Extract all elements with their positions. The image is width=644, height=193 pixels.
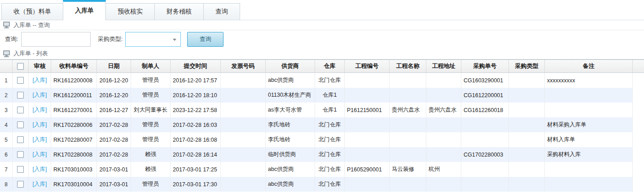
cell-remark: xxxxxxxxxx bbox=[545, 73, 633, 88]
cell-date: 2016-12-20 bbox=[97, 73, 131, 88]
cell-check bbox=[13, 132, 29, 147]
purchase-type-select[interactable] bbox=[125, 32, 181, 47]
table-row: 6[入库]RK17022800082017-02-28赖强2017-02-28 … bbox=[0, 147, 633, 162]
query-input[interactable] bbox=[21, 32, 91, 47]
cell-audit: [入库] bbox=[29, 88, 51, 103]
row-checkbox[interactable] bbox=[17, 92, 24, 99]
purchase-type-label: 采购类型: bbox=[98, 35, 123, 43]
audit-link[interactable]: [入库] bbox=[33, 166, 47, 173]
chevron-down-icon bbox=[173, 39, 176, 41]
cell-warehouse: 北门仓库 bbox=[315, 177, 345, 192]
row-checkbox[interactable] bbox=[17, 166, 24, 173]
row-checkbox[interactable] bbox=[17, 151, 24, 158]
cell-audit: [入库] bbox=[29, 132, 51, 147]
cell-warehouse: 仓库1 bbox=[315, 103, 345, 117]
cell-date: 2017-02-28 bbox=[97, 147, 131, 162]
select-all-checkbox[interactable] bbox=[17, 63, 24, 70]
cell-submitted: 2017-03-01 17:30 bbox=[171, 177, 221, 192]
table-header-row: 审核收料单编号日期制单人提交时间发票号码供货商仓库工程编号工程名称工程地址采购单… bbox=[0, 59, 644, 73]
audit-link[interactable]: [入库] bbox=[33, 121, 47, 129]
cell-date: 2017-02-28 bbox=[97, 132, 131, 147]
cell-project_name bbox=[390, 132, 426, 147]
header-filler bbox=[633, 60, 644, 72]
audit-link[interactable]: [入库] bbox=[33, 91, 47, 99]
search-button[interactable]: 查询 bbox=[187, 32, 223, 47]
cell-remark: 材料采购入库单 bbox=[545, 117, 633, 132]
cell-project_addr bbox=[426, 73, 461, 88]
column-header-code: 收料单编号 bbox=[51, 60, 97, 72]
cell-project_name bbox=[390, 73, 426, 88]
cell-code: RK1703010004 bbox=[51, 177, 97, 192]
tab-bar: 收（预）料单入库单预收核实财务稽核查询 bbox=[0, 0, 644, 20]
tab-item-0[interactable]: 收（预）料单 bbox=[1, 3, 63, 20]
cell-supplier: 01130木材生产商 bbox=[266, 88, 315, 103]
cell-date: 2017-02-28 bbox=[97, 117, 131, 132]
cell-warehouse: 北门仓库 bbox=[315, 147, 345, 162]
cell-project_name bbox=[390, 88, 426, 103]
row-checkbox[interactable] bbox=[17, 121, 24, 128]
column-header-invoice: 发票号码 bbox=[221, 60, 266, 72]
audit-link[interactable]: [入库] bbox=[33, 106, 47, 114]
cell-po_no: CG1612260018 bbox=[461, 103, 509, 117]
cell-num: 1 bbox=[0, 73, 13, 88]
table-row: 7[入库]RK17030100032017-03-01赖强2017-03-01 … bbox=[0, 162, 633, 177]
cell-po_no bbox=[461, 162, 509, 177]
cell-project_addr bbox=[426, 177, 461, 192]
tab-item-3[interactable]: 财务稽核 bbox=[154, 3, 204, 20]
cell-project_no bbox=[345, 177, 390, 192]
cell-supplier: abc供货商 bbox=[266, 162, 315, 177]
cell-check bbox=[13, 162, 29, 177]
cell-project_no: P1605290001 bbox=[345, 162, 390, 177]
cell-audit: [入库] bbox=[29, 117, 51, 132]
cell-remark bbox=[545, 103, 633, 117]
cell-maker: 刘大同董事长 bbox=[131, 103, 171, 117]
cell-check bbox=[13, 117, 29, 132]
cell-po_type bbox=[509, 147, 545, 162]
tab-item-1[interactable]: 入库单 bbox=[63, 0, 106, 20]
audit-link[interactable]: [入库] bbox=[33, 151, 47, 158]
cell-po_no: CG1612200001 bbox=[461, 88, 509, 103]
cell-project_no bbox=[345, 147, 390, 162]
row-checkbox[interactable] bbox=[17, 107, 24, 113]
cell-supplier: abc供货商 bbox=[266, 73, 315, 88]
cell-project_addr bbox=[426, 147, 461, 162]
row-checkbox[interactable] bbox=[17, 77, 24, 84]
column-header-project_name: 工程名称 bbox=[390, 60, 426, 72]
cell-maker: 管理员 bbox=[131, 177, 171, 192]
audit-link[interactable]: [入库] bbox=[33, 180, 47, 188]
audit-link[interactable]: [入库] bbox=[33, 136, 47, 144]
table-row: 8[入库]RK17030100042017-03-01管理员2017-03-01… bbox=[0, 177, 633, 192]
column-header-po_no: 采购单号 bbox=[461, 60, 509, 72]
column-header-maker: 制单人 bbox=[131, 60, 171, 72]
cell-warehouse: 仓库1 bbox=[315, 88, 345, 103]
cell-audit: [入库] bbox=[29, 162, 51, 177]
cell-invoice bbox=[221, 73, 266, 88]
tab-item-4[interactable]: 查询 bbox=[203, 3, 240, 20]
cell-submitted: 2017-02-28 16:14 bbox=[171, 147, 221, 162]
cell-warehouse: 北门仓库 bbox=[315, 73, 345, 88]
audit-link[interactable]: [入库] bbox=[33, 76, 47, 84]
cell-maker: 管理员 bbox=[131, 132, 171, 147]
cell-supplier: 李氏地砖 bbox=[266, 117, 315, 132]
cell-warehouse: 北门仓库 bbox=[315, 132, 345, 147]
cell-po_type bbox=[509, 132, 545, 147]
cell-project_no bbox=[345, 73, 390, 88]
tab-item-2[interactable]: 预收核实 bbox=[105, 3, 155, 20]
cell-project_no bbox=[345, 117, 390, 132]
cell-code: RK1702280006 bbox=[51, 117, 97, 132]
list-section-header: 入库单 - 列表 bbox=[0, 48, 644, 59]
cell-submitted: 2017-02-28 16:08 bbox=[171, 132, 221, 147]
column-header-num bbox=[0, 60, 13, 72]
cell-check bbox=[13, 88, 29, 103]
cell-code: RK1703010003 bbox=[51, 162, 97, 177]
row-checkbox[interactable] bbox=[17, 181, 24, 188]
cell-maker: 赖强 bbox=[131, 162, 171, 177]
column-header-date: 日期 bbox=[97, 60, 131, 72]
cell-date: 2017-03-01 bbox=[97, 177, 131, 192]
cell-code: RK1612270001 bbox=[51, 103, 97, 117]
cell-warehouse: 北门仓库 bbox=[315, 162, 345, 177]
cell-project_name bbox=[390, 147, 426, 162]
cell-invoice bbox=[221, 147, 266, 162]
row-checkbox[interactable] bbox=[17, 136, 24, 143]
cell-project_no bbox=[345, 132, 390, 147]
